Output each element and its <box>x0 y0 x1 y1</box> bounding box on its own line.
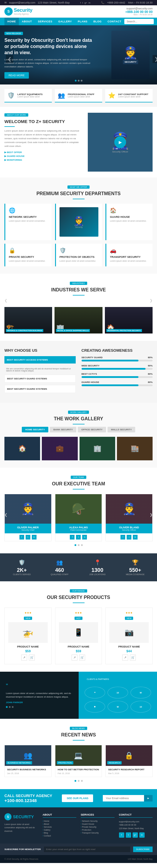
team-dot-1[interactable] <box>74 544 76 546</box>
logo-text: Security <box>14 8 32 13</box>
nav-gallery[interactable]: Gallery <box>55 18 75 25</box>
cta-plans-button[interactable]: SEE OUR PLANS <box>62 795 93 802</box>
two-col-section: WHY CHOOSE US BEST SECURITY ACCESS SYSTE… <box>0 341 157 403</box>
team-role-1: Security Chief <box>7 529 49 531</box>
welcome-link-3[interactable]: MONITORING <box>4 159 83 161</box>
gallery-image-2[interactable]: 💼 <box>42 437 77 460</box>
industry-image-3: 🏠 RESIDENTIAL PROTECTION SECURITY <box>105 307 153 334</box>
nav-home[interactable]: Home <box>4 18 19 25</box>
news-dot-2[interactable] <box>78 780 80 782</box>
hero-read-more-button[interactable]: READ MORE <box>4 72 29 79</box>
team-facebook-1[interactable]: f <box>20 535 24 539</box>
skill-item-2: WEB SECURITY90% <box>82 364 153 370</box>
product-cart-2[interactable]: 🛒 <box>79 655 85 660</box>
gallery-image-1[interactable]: 🏠 <box>4 437 40 460</box>
footer-service-5[interactable]: Transport Security <box>81 832 115 834</box>
news-divider <box>73 740 85 741</box>
dept-center-image: 👮 Security <box>55 204 102 240</box>
testimonial-dot-2[interactable] <box>9 706 10 708</box>
product-cart-3[interactable]: 🛒 <box>130 655 136 660</box>
dept-transport: 🚗 TRANSPORT SECURITY Lorem ipsum dolor s… <box>105 244 153 267</box>
gallery-title: THE WORK GALLERY <box>4 416 153 422</box>
product-share-2[interactable]: ↗ <box>71 655 77 660</box>
footer-link-contact[interactable]: Contact <box>43 835 76 837</box>
products-badge: OUR RANGE <box>70 589 87 592</box>
cta-submit-button[interactable]: ► <box>144 795 153 802</box>
footer-service-3[interactable]: Private Security <box>81 826 115 828</box>
product-cart-1[interactable]: 🛒 <box>29 655 35 660</box>
footer-service-2[interactable]: Guard House <box>81 823 115 825</box>
footer-service-1[interactable]: Network Security <box>81 820 115 822</box>
team-linkedin-3[interactable]: in <box>133 535 137 539</box>
news-dot-1[interactable] <box>74 780 76 782</box>
hero-dot-2[interactable] <box>78 80 80 82</box>
gallery-image-3[interactable]: 🏢 <box>80 437 115 460</box>
footer-linkedin-btn[interactable]: in <box>139 832 145 838</box>
product-share-1[interactable]: ↗ <box>21 655 27 660</box>
search-input[interactable] <box>124 19 154 24</box>
industries-prev-button[interactable]: ❮ <box>4 299 7 303</box>
twitter-icon[interactable]: t <box>82 1 83 4</box>
team-twitter-3[interactable]: t <box>127 535 131 539</box>
play-button[interactable]: ▶ <box>114 136 126 148</box>
footer-twitter-btn[interactable]: t <box>126 832 131 838</box>
gallery-tab-malls[interactable]: MALLS SECURITY <box>107 427 135 432</box>
gallery-tab-bank[interactable]: BANK SECURITY <box>50 427 76 432</box>
camera-icon: 📷 <box>125 628 134 637</box>
footer-logo: S SECURITY <box>4 813 38 820</box>
nav-contact[interactable]: Contact <box>104 18 124 25</box>
product-3: ★★★ NEW 📷 PRODUCT NAME $44 ↗ 🛒 <box>105 608 153 664</box>
dept-private: 🔒 PRIVATE SECURITY Lorem ipsum dolor sit… <box>4 244 52 267</box>
industries-next-button[interactable]: ❯ <box>150 299 153 303</box>
team-dot-2[interactable] <box>78 544 80 546</box>
team-facebook-3[interactable]: f <box>121 535 125 539</box>
footer-link-blog[interactable]: Blog <box>43 832 76 834</box>
logo[interactable]: S Security Security Agency <box>4 7 32 16</box>
gallery-image-4[interactable]: 🏬 <box>117 437 153 460</box>
facebook-icon[interactable]: f <box>80 1 81 4</box>
team-prev-button[interactable]: ❮ <box>4 513 7 517</box>
product-share-3[interactable]: ↗ <box>122 655 128 660</box>
team-twitter-1[interactable]: t <box>26 535 30 539</box>
skill-item-1: SECURITY GUARD80% <box>82 356 153 362</box>
team-linkedin-2[interactable]: in <box>82 535 87 539</box>
private-icon: 🔒 <box>9 247 48 254</box>
footer-google-btn[interactable]: g+ <box>132 832 138 838</box>
gallery-tab-office[interactable]: OFFICE SECURITY <box>78 427 106 432</box>
nav-about[interactable]: About <box>19 18 35 25</box>
news-dot-3[interactable] <box>81 780 83 782</box>
cta-email-input[interactable] <box>103 795 144 802</box>
welcome-link-1[interactable]: BEST OFFER <box>4 151 83 154</box>
testimonial-dot-1[interactable] <box>6 706 8 708</box>
nav-plans[interactable]: Plans <box>75 18 90 25</box>
hero-dot-1[interactable] <box>75 80 76 82</box>
hero-dot-3[interactable] <box>81 80 83 82</box>
welcome-right: 👮‍♀️ Security Officer ▶ <box>88 113 153 172</box>
nav-services[interactable]: Services <box>35 18 55 25</box>
footer-link-home[interactable]: Home <box>43 820 76 822</box>
welcome-link-2[interactable]: GUARD HOUSE <box>4 155 83 157</box>
nav-blog[interactable]: Blog <box>90 18 104 25</box>
team-linkedin-1[interactable]: in <box>32 535 36 539</box>
quote-icon: " <box>6 683 73 689</box>
newsletter-input[interactable] <box>44 846 130 852</box>
top-bar-right: 📞 +888-200-4442 Mon – Fri 8:00 18:30 <box>101 1 153 4</box>
testimonial-dot-3[interactable] <box>12 706 13 708</box>
gallery-divider <box>73 424 85 425</box>
team-photo-1: 👮 <box>5 494 51 524</box>
footer-link-about[interactable]: About <box>43 823 76 825</box>
google-icon[interactable]: g+ <box>85 1 87 4</box>
newsletter-submit-button[interactable]: SUBSCRIBE <box>133 846 153 852</box>
footer-facebook-btn[interactable]: f <box>119 832 124 838</box>
footer-link-gallery[interactable]: Gallery <box>43 829 76 831</box>
team-twitter-2[interactable]: t <box>76 535 81 539</box>
team-facebook-2[interactable]: f <box>70 535 74 539</box>
team-next-button[interactable]: ❯ <box>150 513 153 517</box>
linkedin-icon[interactable]: in <box>89 1 90 4</box>
team-header: OUR TEAM OUR EXECUTIVE TEAM <box>4 475 153 490</box>
footer-service-4[interactable]: Protection <box>81 829 115 831</box>
footer-link-services[interactable]: Services <box>43 826 76 828</box>
team-dot-3[interactable] <box>81 544 83 546</box>
hero-next-button[interactable]: ❯ <box>153 55 157 63</box>
gallery-tab-home[interactable]: HOME SECURITY <box>22 427 49 432</box>
